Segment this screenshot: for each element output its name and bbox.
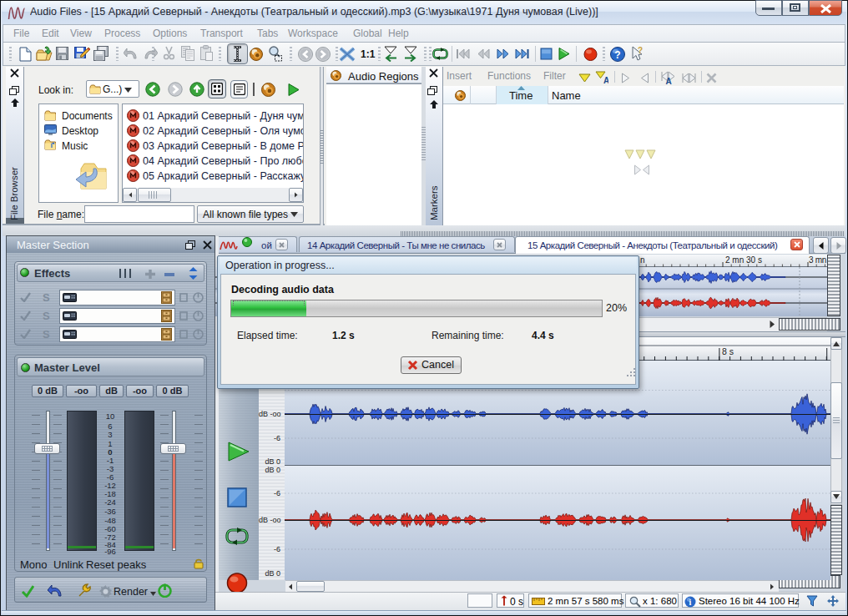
svg-text:?: ? [614, 49, 620, 61]
svg-text:A: A [665, 77, 671, 85]
svg-text:A: A [603, 76, 608, 84]
svg-text:?: ? [638, 46, 643, 55]
svg-text:i: i [689, 598, 692, 607]
